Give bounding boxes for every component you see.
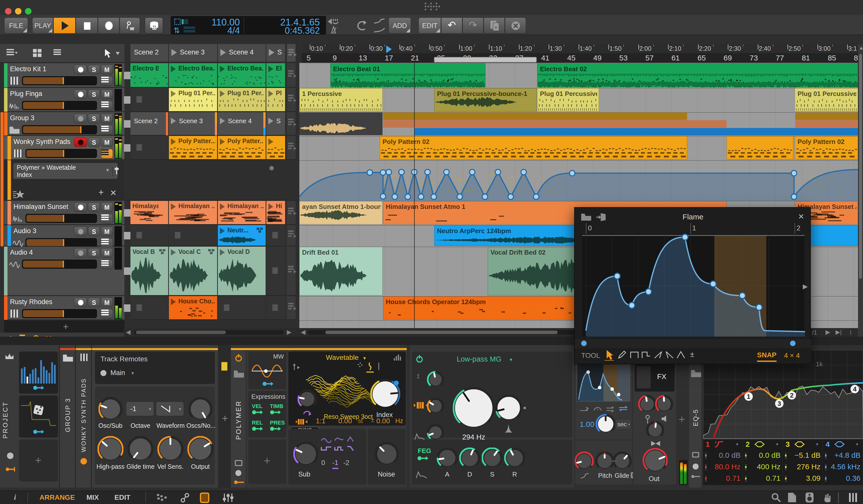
- volume-slider[interactable]: [22, 260, 97, 269]
- file-button[interactable]: FILE: [4, 17, 28, 34]
- solo-button[interactable]: S: [88, 137, 100, 147]
- automation-favorites-icon[interactable]: [13, 190, 27, 199]
- automation-lane[interactable]: [299, 160, 858, 201]
- unison-knob[interactable]: [298, 390, 316, 408]
- group-device-tab[interactable]: GROUP 3: [60, 345, 75, 488]
- clip-house-cho-[interactable]: House Cho...: [169, 296, 217, 320]
- expression-slot-rel[interactable]: REL: [252, 419, 263, 426]
- filter-mod1-knob[interactable]: [427, 371, 444, 388]
- sub-knob[interactable]: [293, 442, 318, 467]
- eq-band-4[interactable]: 4▾+4.8 dB4.56 kHz0.36: [823, 440, 863, 485]
- volume-slider[interactable]: [22, 101, 97, 110]
- note-io-icon[interactable]: [179, 493, 190, 503]
- env-s-knob[interactable]: [482, 448, 503, 468]
- arranger-clip-electro-beat-02[interactable]: Electro Beat 02: [537, 63, 858, 87]
- lanes-view-icon[interactable]: [53, 49, 63, 58]
- scroll-left-icon[interactable]: ◀: [301, 329, 305, 336]
- expression-slot-timb[interactable]: TIMB: [270, 403, 283, 410]
- waveform-dropdown[interactable]: ▾: [156, 402, 184, 416]
- env-d-knob[interactable]: [459, 448, 480, 468]
- scene-header-1[interactable]: Scene 2: [130, 44, 168, 62]
- eq-band-gain[interactable]: 0.0 dB: [748, 451, 780, 459]
- device-thumbnail-random[interactable]: [19, 395, 58, 438]
- follow-icon[interactable]: ▶: [826, 329, 830, 336]
- volume-slider[interactable]: [25, 149, 97, 158]
- mute-button[interactable]: M: [101, 89, 113, 99]
- jump-end-icon[interactable]: ▶|: [836, 329, 842, 336]
- device-panel-toggle[interactable]: [200, 492, 209, 503]
- track-name[interactable]: Audio 3: [13, 227, 37, 235]
- power-icon[interactable]: [234, 354, 243, 362]
- clip-stop-button[interactable]: [124, 120, 130, 128]
- clip-slot[interactable]: Scene 2: [130, 112, 168, 136]
- delete-button[interactable]: [505, 17, 526, 34]
- mod-wheel-panel[interactable]: MW: [248, 352, 286, 389]
- clip-slot[interactable]: [130, 296, 168, 320]
- eq-band-2[interactable]: 2▾0.0 dB400 Hz0.71: [743, 440, 783, 485]
- clip-slot[interactable]: Scene 4: [218, 112, 266, 136]
- triangle-tool-icon[interactable]: [677, 351, 685, 358]
- eq-band-freq[interactable]: 4.56 kHz: [828, 463, 861, 471]
- clip-vocal-c[interactable]: Vocal C: [169, 247, 217, 295]
- clip-unnamed[interactable]: [266, 136, 285, 160]
- automation-write-button[interactable]: w: [120, 17, 140, 34]
- arranger-clip-plug-01-percussive[interactable]: Plug 01 Percussive: [795, 88, 858, 111]
- clip-plug-01-per-[interactable]: Plug 01 Per...: [218, 88, 266, 112]
- glide-time-knob[interactable]: [127, 436, 153, 462]
- flame-editor-window[interactable]: Flame✕012▶TOOL±SNAP4 × 4: [574, 207, 811, 364]
- expressions-panel[interactable]: ExpressionsVELTIMBRELPRES: [248, 391, 286, 438]
- clip-alt-launch-cell[interactable]: [287, 63, 296, 87]
- scroll-right-icon[interactable]: ▶: [287, 329, 291, 336]
- record-arm-button[interactable]: [74, 202, 87, 212]
- filter-env-knob[interactable]: [427, 424, 444, 441]
- mute-button[interactable]: M: [101, 114, 113, 123]
- track-list-menu-icon[interactable]: [7, 49, 17, 58]
- clip-slot[interactable]: [266, 296, 285, 320]
- mod-rate-knob[interactable]: [596, 414, 616, 434]
- track-header-wonky-synth-pads[interactable]: Wonky Synth PadsSM: [4, 136, 124, 160]
- record-button[interactable]: [98, 17, 120, 34]
- info-icon[interactable]: i: [14, 493, 16, 502]
- noise-knob[interactable]: [375, 442, 399, 466]
- record-arm-button[interactable]: [74, 89, 87, 99]
- device-thumbnail-meter[interactable]: [19, 352, 58, 393]
- track-header-plug-finga[interactable]: Plug FingaSM: [4, 88, 124, 112]
- arranger-clip-ayan-sunset-atmo-1-bounce-1[interactable]: ayan Sunset Atmo 1-bounce-1: [299, 201, 383, 224]
- expression-slot-vel[interactable]: VEL: [252, 403, 263, 410]
- track-menu-button[interactable]: [101, 76, 113, 86]
- mute-button[interactable]: M: [101, 227, 113, 236]
- loop-handle-left[interactable]: [581, 341, 587, 346]
- add-device-button[interactable]: +: [222, 413, 228, 425]
- clip-electro-bea-[interactable]: Electro Bea...: [130, 63, 168, 87]
- remote-page-select[interactable]: Main: [110, 369, 125, 377]
- add-button[interactable]: ADD: [389, 17, 411, 34]
- clip-stop-button[interactable]: [124, 304, 130, 312]
- clip-slot[interactable]: [169, 225, 217, 246]
- minimize-traffic-light[interactable]: [15, 8, 22, 14]
- track-header-group-3[interactable]: Group 3SM: [4, 112, 124, 136]
- clip-electro-bea-[interactable]: Electro Bea...: [218, 63, 266, 87]
- volume-slider[interactable]: [22, 125, 97, 134]
- snap-grid-value[interactable]: 4 × 4: [784, 352, 800, 360]
- arranger-clip-poly-pattern-02[interactable]: Poly Pattern 02: [380, 136, 687, 160]
- vel-sens-knob[interactable]: [158, 436, 184, 462]
- solo-button[interactable]: S: [88, 89, 100, 99]
- plusminus-tool-icon[interactable]: ±: [690, 350, 694, 358]
- track-device-tab[interactable]: WONKY SYNTH PADS: [76, 345, 91, 488]
- add-device-button[interactable]: +: [679, 413, 685, 426]
- solo-button[interactable]: S: [88, 248, 100, 257]
- bend-range-knob[interactable]: [575, 452, 594, 470]
- solo-button[interactable]: S: [88, 227, 100, 236]
- track-name[interactable]: Rusty Rhodes: [10, 298, 52, 306]
- filter-type-select[interactable]: Low-pass MG: [457, 355, 501, 363]
- solo-button[interactable]: S: [88, 65, 100, 74]
- rate-unit-dropdown[interactable]: sec▾: [615, 419, 631, 430]
- track-header-audio-4[interactable]: Audio 4SM: [4, 247, 124, 295]
- track-menu-button[interactable]: [101, 149, 113, 159]
- ramp-up-tool-icon[interactable]: [654, 351, 663, 358]
- arranger-clip-drift-bed-01[interactable]: Drift Bed 01: [299, 247, 383, 295]
- clip-alt-launch-cell[interactable]: [287, 88, 296, 112]
- clip-alt-launch-cell[interactable]: [287, 225, 296, 246]
- groove-icon[interactable]: ⇅: [174, 26, 184, 34]
- wavetable-type-select[interactable]: Wavetable: [326, 354, 359, 362]
